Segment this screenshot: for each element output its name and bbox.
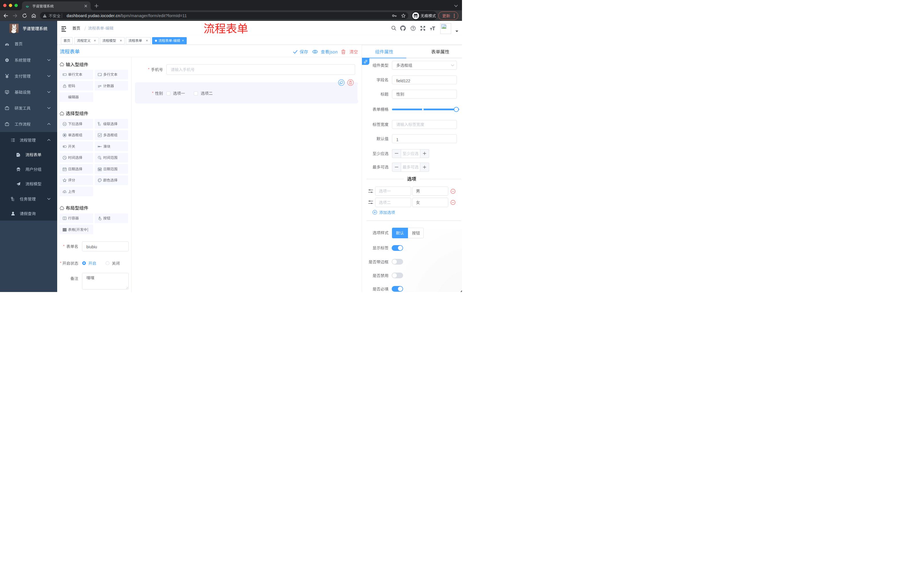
svg-text:123: 123 [98, 85, 101, 87]
